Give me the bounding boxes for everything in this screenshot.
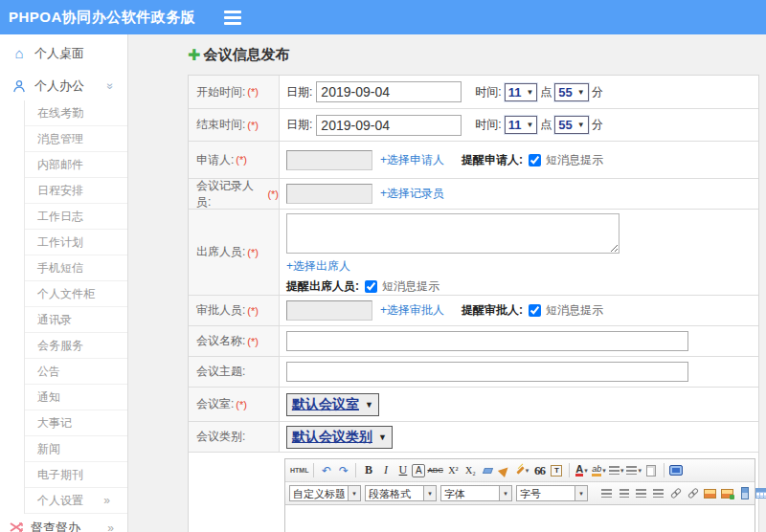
start-minute-select[interactable]: 55▼	[554, 83, 588, 101]
meeting-subject-input[interactable]	[286, 362, 688, 382]
superscript-button[interactable]: X²	[445, 462, 462, 479]
end-date-input[interactable]	[316, 115, 462, 136]
sidebar-item-attendance[interactable]: 在线考勤	[25, 100, 127, 126]
format-brush-icon[interactable]	[497, 462, 513, 479]
blockquote-button[interactable]: 66	[531, 462, 548, 479]
ordered-list-icon[interactable]: ▾	[608, 462, 625, 479]
app-header: PHPOA协同办公软件政务版	[0, 0, 766, 34]
undo-icon[interactable]: ↶	[318, 462, 334, 479]
main-content: ✚ 会议信息发布 开始时间:(*) 日期: 时间: 11▼ 点 55▼ 分 结束…	[128, 34, 766, 532]
page-break-icon[interactable]	[736, 485, 753, 502]
sidebar-item-schedule[interactable]: 日程安排	[25, 178, 127, 204]
attendees-sms-checkbox[interactable]	[365, 280, 377, 293]
font-family-select[interactable]: 字体▾	[440, 485, 512, 501]
end-minute-select[interactable]: 55▼	[554, 116, 588, 134]
applicant-sms-checkbox[interactable]	[529, 154, 541, 166]
align-right-icon[interactable]	[633, 485, 649, 502]
align-center-icon[interactable]	[616, 485, 632, 502]
select-arrow-icon: ▼	[577, 88, 585, 97]
recorder-input[interactable]	[286, 184, 372, 204]
paste-icon[interactable]: T	[549, 462, 565, 479]
meeting-category-select[interactable]: 默认会议类别▼	[286, 426, 393, 449]
font-size-select[interactable]: 字号▾	[516, 485, 588, 501]
font-color-button[interactable]: A▾	[574, 462, 590, 479]
approver-sms-checkbox[interactable]	[529, 304, 541, 317]
meeting-name-row: 会议名称:(*)	[189, 326, 758, 357]
sidebar-item-news[interactable]: 新闻	[25, 436, 127, 462]
chevron-double-right-icon: »	[103, 488, 110, 513]
sidebar-item-personal-settings[interactable]: 个人设置 »	[25, 488, 127, 514]
add-icon: ✚	[188, 46, 200, 64]
chevron-double-right-icon: »	[107, 521, 114, 532]
attendees-textarea[interactable]	[286, 213, 620, 254]
insert-table-icon[interactable]	[754, 485, 766, 502]
select-arrow-icon: ▾	[500, 485, 512, 501]
choose-recorder-link[interactable]: +选择记录员	[380, 186, 444, 202]
sidebar-item-internal-mail[interactable]: 内部邮件	[25, 152, 127, 178]
date-label: 日期:	[286, 84, 312, 100]
sidebar-item-work-plan[interactable]: 工作计划	[25, 230, 127, 255]
custom-heading-select[interactable]: 自定义标题▾	[289, 485, 361, 501]
auto-typeset-icon[interactable]: ▾	[514, 462, 530, 479]
sidebar-item-e-journal[interactable]: 电子期刊	[25, 462, 127, 488]
choose-approver-link[interactable]: +选择审批人	[380, 302, 444, 319]
unordered-list-icon[interactable]: ▾	[625, 462, 642, 479]
meeting-room-select[interactable]: 默认会议室▼	[286, 393, 379, 416]
align-justify-icon[interactable]	[650, 485, 666, 502]
bold-button[interactable]: B	[360, 462, 376, 479]
meeting-name-input[interactable]	[286, 331, 688, 351]
applicant-input[interactable]	[286, 150, 372, 170]
align-left-icon[interactable]	[598, 485, 615, 502]
sidebar-item-messages[interactable]: 消息管理	[25, 126, 127, 152]
new-document-icon[interactable]	[643, 462, 660, 479]
underline-button[interactable]: U	[394, 462, 411, 479]
editor-content-area[interactable]	[285, 505, 755, 532]
required-mark: (*)	[247, 336, 259, 347]
sidebar-item-conference-service[interactable]: 会务服务	[25, 333, 127, 359]
menu-icon[interactable]	[224, 11, 241, 25]
select-arrow-icon: ▼	[378, 432, 387, 442]
fullscreen-icon[interactable]	[668, 462, 685, 479]
required-mark: (*)	[236, 399, 247, 410]
sidebar-item-desktop[interactable]: ⌂ 个人桌面	[0, 34, 127, 72]
start-date-input[interactable]	[316, 81, 462, 102]
font-border-button[interactable]: A	[412, 464, 425, 477]
italic-button[interactable]: I	[377, 462, 394, 479]
sidebar-item-file-cabinet[interactable]: 个人文件柜	[25, 281, 127, 307]
sidebar-item-milestones[interactable]: 大事记	[25, 410, 127, 436]
paragraph-format-select[interactable]: 段落格式▾	[365, 485, 437, 501]
end-hour-select[interactable]: 11▼	[505, 116, 538, 134]
approver-input[interactable]	[286, 300, 372, 321]
sidebar-item-contacts[interactable]: 通讯录	[25, 307, 127, 333]
unlink-icon[interactable]	[685, 485, 701, 502]
sidebar-sub-list: 在线考勤 消息管理 内部邮件 日程安排 工作日志 工作计划 手机短信 个人文件柜…	[24, 100, 127, 514]
highlight-color-button[interactable]: ab▾	[591, 462, 607, 479]
link-icon[interactable]	[667, 485, 684, 502]
sidebar-item-office[interactable]: 个人办公 »	[0, 72, 127, 100]
eraser-icon[interactable]	[480, 462, 496, 479]
sms-label: 短消息提示	[382, 278, 439, 295]
start-time-row: 开始时间:(*) 日期: 时间: 11▼ 点 55▼ 分	[189, 76, 758, 109]
end-time-label: 结束时间:	[196, 117, 245, 133]
redo-icon[interactable]: ↷	[335, 462, 351, 479]
approver-label: 审批人员:	[196, 302, 245, 319]
subscript-button[interactable]: X₂	[462, 462, 479, 479]
start-hour-select[interactable]: 11▼	[505, 83, 538, 101]
sidebar-item-label: 个人办公	[34, 78, 84, 95]
recorder-label: 会议记录人员:	[196, 178, 265, 211]
chevron-double-down-icon: »	[104, 83, 118, 90]
applicant-label: 申请人:	[196, 152, 234, 168]
choose-attendees-link[interactable]: +选择出席人	[286, 259, 350, 273]
sidebar-item-supervise[interactable]: 督查督办 »	[0, 514, 127, 532]
minute-unit-label: 分	[592, 84, 603, 100]
html-source-button[interactable]: HTML	[289, 462, 309, 479]
end-time-row: 结束时间:(*) 日期: 时间: 11▼ 点 55▼ 分	[189, 109, 758, 142]
sidebar-item-sms[interactable]: 手机短信	[25, 255, 127, 281]
sidebar-item-notice[interactable]: 通知	[25, 385, 127, 410]
strikethrough-button[interactable]: ABC	[426, 462, 443, 479]
sidebar-item-announcement[interactable]: 公告	[25, 359, 127, 385]
insert-image-upload-icon[interactable]	[719, 485, 735, 502]
insert-image-icon[interactable]	[702, 485, 718, 502]
choose-applicant-link[interactable]: +选择申请人	[380, 152, 444, 168]
sidebar-item-work-log[interactable]: 工作日志	[25, 204, 127, 230]
